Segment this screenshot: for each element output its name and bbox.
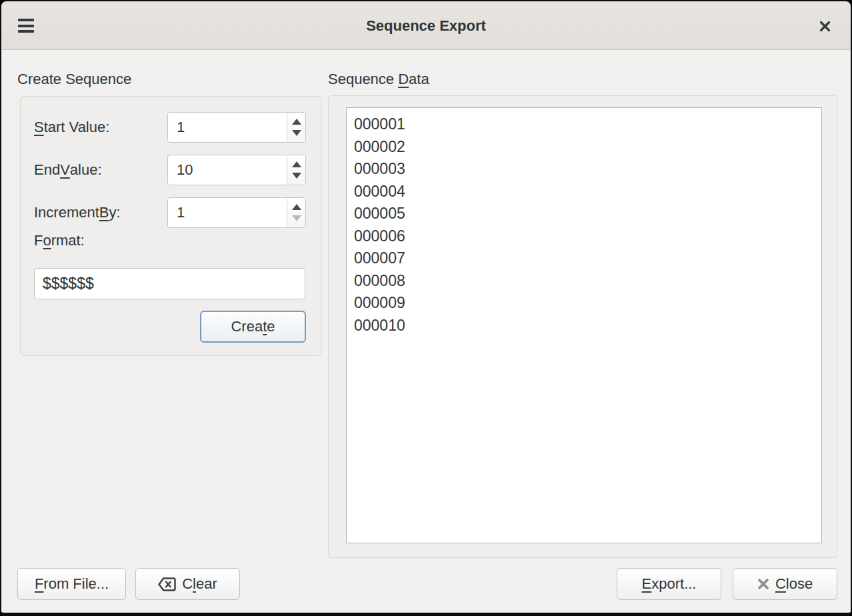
start-value-input[interactable] bbox=[168, 113, 287, 142]
end-value-spin-down[interactable] bbox=[292, 173, 301, 179]
window-close-button[interactable] bbox=[816, 17, 833, 35]
backspace-icon bbox=[158, 577, 176, 591]
sequence-data-group: 0000010000020000030000040000050000060000… bbox=[328, 95, 837, 558]
end-value-spin-up[interactable] bbox=[292, 161, 301, 167]
arrow-up-icon bbox=[292, 204, 301, 210]
increment-by-spin-down bbox=[292, 215, 301, 221]
start-value-spin-up[interactable] bbox=[292, 119, 301, 125]
close-x-icon bbox=[757, 578, 769, 590]
sequence-item: 000002 bbox=[354, 136, 815, 159]
export-button-label: Export... bbox=[642, 575, 697, 593]
sequence-item: 000010 bbox=[354, 315, 815, 337]
window-title: Sequence Export bbox=[1, 1, 851, 50]
sequence-item: 000008 bbox=[354, 270, 815, 293]
end-value-input[interactable] bbox=[168, 155, 287, 185]
sequence-export-dialog: Sequence Export Create Sequence Start Va… bbox=[0, 0, 852, 616]
sequence-item: 000009 bbox=[354, 292, 815, 315]
sequence-item: 000005 bbox=[354, 203, 815, 225]
arrow-down-icon-disabled bbox=[292, 215, 301, 221]
close-button[interactable]: Close bbox=[733, 568, 837, 600]
format-label: Format: bbox=[34, 230, 85, 251]
close-icon bbox=[819, 20, 831, 33]
increment-by-spin-up[interactable] bbox=[292, 204, 301, 210]
start-value-spin-down[interactable] bbox=[292, 130, 301, 136]
end-value-label: End Value: bbox=[34, 155, 102, 185]
start-value-label: Start Value: bbox=[34, 112, 109, 143]
sequence-item: 000004 bbox=[354, 181, 815, 203]
start-value-spin-buttons bbox=[287, 113, 305, 142]
end-value-spin-buttons bbox=[287, 155, 305, 185]
format-input[interactable] bbox=[34, 268, 305, 299]
arrow-down-icon bbox=[292, 130, 301, 136]
arrow-up-icon bbox=[292, 161, 301, 167]
increment-by-label: Increment By: bbox=[34, 197, 121, 228]
titlebar: Sequence Export bbox=[1, 1, 851, 50]
arrow-up-icon bbox=[292, 119, 301, 125]
clear-button-label: Clear bbox=[182, 575, 217, 593]
close-button-label: Close bbox=[775, 575, 813, 593]
sequence-item: 000007 bbox=[354, 247, 815, 270]
create-button[interactable]: Create bbox=[200, 311, 306, 343]
from-file-button[interactable]: From File... bbox=[17, 568, 126, 600]
start-value-spinbox bbox=[167, 112, 306, 143]
export-button[interactable]: Export... bbox=[617, 568, 721, 600]
dialog-content: Create Sequence Start Value: End Value: … bbox=[1, 51, 851, 613]
increment-by-spinbox bbox=[167, 197, 306, 228]
end-value-spinbox bbox=[167, 155, 306, 185]
create-button-label: Create bbox=[231, 318, 275, 335]
from-file-button-label: From File... bbox=[35, 575, 109, 593]
increment-by-spin-buttons bbox=[287, 198, 305, 227]
clear-button[interactable]: Clear bbox=[135, 568, 240, 600]
create-sequence-group: Start Value: End Value: Increment By: bbox=[20, 96, 321, 356]
sequence-data-section-label: Sequence Data bbox=[328, 71, 429, 88]
sequence-item: 000003 bbox=[354, 158, 815, 181]
arrow-down-icon bbox=[292, 173, 301, 179]
sequence-item: 000006 bbox=[354, 225, 815, 248]
sequence-item: 000001 bbox=[354, 113, 815, 136]
create-sequence-section-label: Create Sequence bbox=[17, 71, 131, 88]
sequence-data-list[interactable]: 0000010000020000030000040000050000060000… bbox=[346, 107, 822, 543]
increment-by-input[interactable] bbox=[168, 198, 287, 227]
